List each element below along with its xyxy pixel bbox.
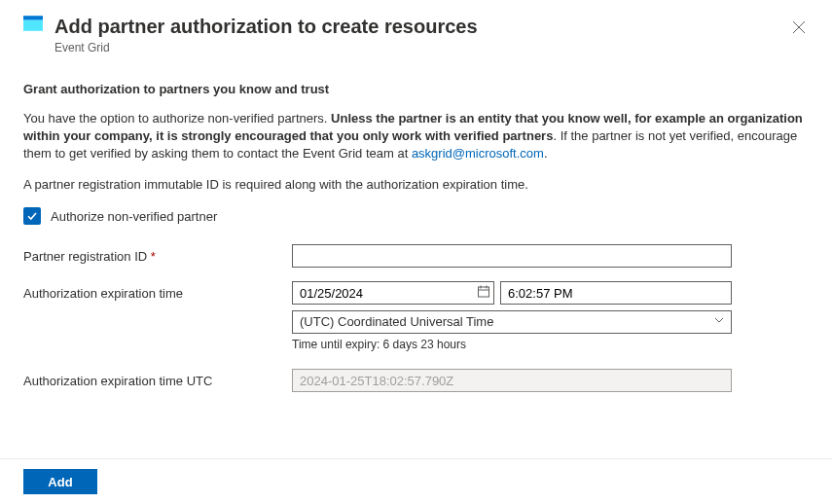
chevron-down-icon [713, 312, 725, 332]
intro-period: . [544, 146, 548, 161]
required-mark: * [151, 249, 156, 264]
checkmark-icon [26, 210, 38, 222]
registration-id-input[interactable] [292, 244, 732, 268]
section-heading: Grant authorization to partners you know… [23, 82, 809, 96]
intro-lead: You have the option to authorize non-ver… [23, 111, 331, 126]
timezone-value: (UTC) Coordinated Universal Time [300, 314, 493, 329]
requirement-text: A partner registration immutable ID is r… [23, 176, 809, 194]
add-button[interactable]: Add [23, 469, 97, 494]
close-icon [792, 20, 806, 34]
page-title: Add partner authorization to create reso… [54, 14, 809, 39]
authorize-nonverified-checkbox[interactable] [23, 207, 41, 225]
expiration-utc-label: Authorization expiration time UTC [23, 369, 292, 388]
time-until-expiry: Time until expiry: 6 days 23 hours [292, 338, 732, 351]
expiration-utc-output [292, 369, 732, 392]
expiration-label: Authorization expiration time [23, 281, 292, 301]
registration-id-label: Partner registration ID [23, 249, 147, 264]
authorize-nonverified-label: Authorize non-verified partner [51, 209, 217, 224]
intro-text: You have the option to authorize non-ver… [23, 110, 809, 162]
svg-rect-1 [23, 20, 43, 31]
contact-email-link[interactable]: askgrid@microsoft.com [412, 146, 544, 161]
close-button[interactable] [785, 14, 813, 41]
timezone-select[interactable]: (UTC) Coordinated Universal Time [292, 310, 732, 334]
svg-rect-0 [23, 16, 43, 19]
service-name: Event Grid [54, 41, 809, 54]
expiration-date-input[interactable] [292, 281, 494, 305]
expiration-time-input[interactable] [500, 281, 732, 305]
service-icon [23, 14, 43, 33]
